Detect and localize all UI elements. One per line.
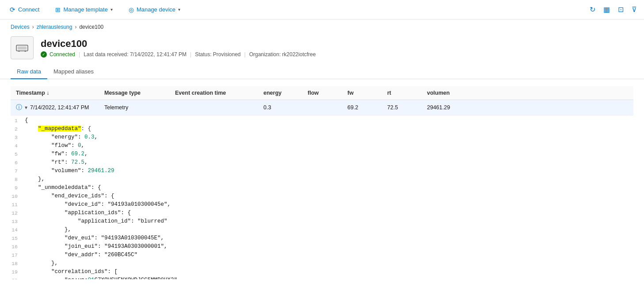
json-line: 12 "application_ids": { [11, 210, 633, 218]
chevron-down-icon-2: ▾ [178, 7, 180, 12]
line-number: 9 [11, 185, 25, 191]
line-number: 10 [11, 193, 25, 199]
json-line: 19 "correlation_ids": [ [11, 269, 633, 277]
line-content: "application_id": "blurred" [25, 218, 633, 224]
breadcrumb: Devices › zhlerauslesung › device100 [0, 19, 644, 33]
cell-event-creation [170, 100, 258, 116]
json-line: 9 "_unmodeleddata": { [11, 185, 633, 193]
line-content: { [25, 117, 633, 123]
json-line: 14 }, [11, 227, 633, 235]
cell-fw: 69.2 [342, 100, 382, 116]
col-header-event-creation[interactable]: Event creation time [170, 86, 258, 100]
json-line: 3 "energy": 0.3, [11, 134, 633, 142]
highlighted-key: "_mappeddata" [38, 126, 81, 132]
line-number: 1 [11, 117, 25, 123]
line-number: 8 [11, 176, 25, 182]
template-icon: ⊞ [55, 6, 61, 13]
breadcrumb-device: device100 [79, 24, 103, 30]
col-header-timestamp[interactable]: Timestamp ↓ [11, 86, 99, 100]
json-line: 13 "application_id": "blurred" [11, 218, 633, 227]
json-line: 15 "dev_eui": "94193A010300045E", [11, 235, 633, 243]
breadcrumb-devices[interactable]: Devices [11, 24, 30, 30]
line-number: 2 [11, 126, 25, 132]
manage-template-button[interactable]: ⊞ Manage template ▾ [53, 4, 115, 15]
line-content: "device_id": "94193a010300045e", [25, 201, 633, 208]
line-number: 3 [11, 134, 25, 140]
status-provisioned-label: Status: Provisioned [195, 51, 240, 58]
line-content: }, [25, 176, 633, 182]
cell-energy: 0.3 [258, 100, 302, 116]
calendar-icon[interactable]: ▦ [603, 5, 610, 14]
device-header: device100 Connected | Last data received… [0, 33, 644, 65]
line-content: "_mappeddata": { [25, 126, 633, 132]
line-content: "rt": 72.5, [25, 159, 633, 166]
line-number: 14 [11, 227, 25, 233]
cell-message-type: Telemetry [99, 100, 170, 116]
json-line: 6 "rt": 72.5, [11, 159, 633, 168]
json-line: 8 }, [11, 176, 633, 185]
json-line: 5 "fw": 69.2, [11, 151, 633, 159]
topbar: ⟳ Connect ⊞ Manage template ▾ ◎ Manage d… [0, 0, 644, 19]
line-content: "flow": 0, [25, 142, 633, 149]
table-container: Timestamp ↓ Message type Event creation … [0, 79, 644, 116]
svg-point-2 [19, 50, 20, 52]
col-header-rt[interactable]: rt [382, 86, 422, 100]
breadcrumb-sep2: › [75, 24, 76, 30]
line-content: "_unmodeleddata": { [25, 185, 633, 191]
line-number: 16 [11, 243, 25, 250]
device-status-bar: Connected | Last data received: 7/14/202… [41, 51, 316, 58]
device-info: device100 Connected | Last data received… [41, 38, 316, 58]
line-number: 6 [11, 159, 25, 166]
table-icon[interactable]: ⊡ [618, 5, 624, 14]
device-avatar [11, 36, 34, 59]
chevron-down-icon: ▾ [111, 7, 113, 12]
refresh-icon[interactable]: ↻ [590, 5, 595, 14]
line-number: 17 [11, 252, 25, 258]
json-line: 1{ [11, 117, 633, 126]
line-number: 19 [11, 269, 25, 275]
tab-raw-data[interactable]: Raw data [11, 65, 47, 79]
json-line: 2 "_mappeddata": { [11, 126, 633, 134]
expand-icon[interactable]: ▾ [25, 104, 27, 111]
line-content: "dev_addr": "260BC45C" [25, 252, 633, 258]
svg-point-3 [25, 50, 26, 52]
manage-template-label: Manage template [63, 6, 107, 13]
manage-device-label: Manage device [137, 6, 175, 13]
table-row: ⓘ ▾ 7/14/2022, 12:41:47 PM Telemetry 0.3… [11, 100, 633, 116]
status-connected-icon [41, 51, 47, 58]
line-number: 15 [11, 235, 25, 241]
data-table: Timestamp ↓ Message type Event creation … [11, 86, 633, 116]
col-header-flow[interactable]: flow [302, 86, 342, 100]
col-header-message-type[interactable]: Message type [99, 86, 170, 100]
connect-label: Connect [18, 6, 39, 13]
tab-mapped-aliases[interactable]: Mapped aliases [47, 65, 100, 79]
json-line: 18 }, [11, 260, 633, 269]
line-content: "correlation_ids": [ [25, 269, 633, 275]
tabs: Raw data Mapped aliases [0, 65, 644, 79]
line-content: }, [25, 260, 633, 266]
line-number: 7 [11, 168, 25, 174]
line-content: "fw": 69.2, [25, 151, 633, 157]
connect-button[interactable]: ⟳ Connect [7, 4, 42, 15]
json-line: 4 "flow": 0, [11, 142, 633, 151]
line-number: 12 [11, 210, 25, 216]
breadcrumb-template[interactable]: zhlerauslesung [37, 24, 72, 30]
line-number: 18 [11, 260, 25, 266]
info-icon[interactable]: ⓘ [16, 104, 22, 112]
line-content: "end_device_ids": { [25, 193, 633, 199]
col-header-energy[interactable]: energy [258, 86, 302, 100]
col-header-fw[interactable]: fw [342, 86, 382, 100]
line-content: "join_eui": "94193A0303000001", [25, 243, 633, 250]
cell-timestamp: ⓘ ▾ 7/14/2022, 12:41:47 PM [11, 100, 99, 116]
json-viewer: 1{2 "_mappeddata": {3 "energy": 0.3,4 "f… [0, 116, 644, 279]
json-line: 7 "volumen": 29461.29 [11, 168, 633, 176]
col-header-volumen[interactable]: volumen [422, 86, 633, 100]
filter-icon[interactable]: ⊽ [632, 5, 637, 14]
line-content: }, [25, 227, 633, 233]
topbar-right: ↻ ▦ ⊡ ⊽ [590, 5, 637, 14]
line-content: "dev_eui": "94193A010300045E", [25, 235, 633, 241]
json-line: 17 "dev_addr": "260BC45C" [11, 252, 633, 260]
status-connected-label: Connected [50, 51, 75, 58]
last-data-label: Last data received: 7/14/2022, 12:41:47 … [84, 51, 187, 58]
manage-device-button[interactable]: ◎ Manage device ▾ [126, 4, 183, 15]
